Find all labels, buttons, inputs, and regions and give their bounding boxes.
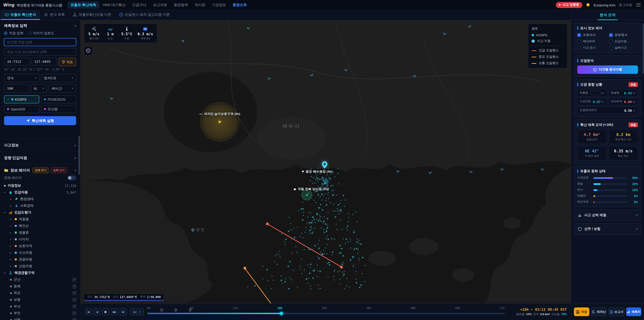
vessel-spec-section[interactable]: 사고 선박 제원▾ [574, 209, 641, 221]
model-opendrift-chip[interactable]: OpenDrift [4, 105, 39, 113]
model-ensemble-chip[interactable]: 앙상블 [41, 105, 76, 113]
all-layers-toggle[interactable] [68, 176, 76, 180]
option-sensitive-resources[interactable]: ✓민감자원 [609, 39, 638, 44]
nav-report-materials[interactable]: 보고자료 [150, 1, 170, 9]
all-layers-on-button[interactable]: 전체 켜기 [32, 167, 49, 173]
layer-socio-economy[interactable]: ▸ 사회경제 [0, 202, 80, 209]
nav-hns-diffusion[interactable]: HNS·대기확산 [100, 1, 128, 9]
zoom-to-region-button[interactable] [72, 298, 76, 301]
option-datetime[interactable]: ✓날짜시간 [609, 46, 638, 50]
tab-diffusion-analysis[interactable]: 유출유 확산분석 [1, 10, 40, 20]
layer-protected-area[interactable]: ▸보호지역 [0, 243, 80, 249]
map-style-button[interactable] [84, 46, 92, 55]
layer-fishery[interactable]: 어장정보 17,129 [0, 182, 80, 189]
region-buan[interactable]: 부안 [0, 310, 80, 316]
option-time-display[interactable]: ✓시간 표시 [577, 46, 606, 50]
incident-location-marker[interactable] [322, 161, 327, 169]
sidebar-scrollbar[interactable] [78, 136, 80, 175]
boom-marker-pin-icon[interactable] [174, 308, 177, 312]
impact-resources-section[interactable]: 영향 민감자원▸ [0, 151, 80, 164]
play-button[interactable]: ▶ [102, 308, 109, 315]
owner-insurance-section[interactable]: 선주 / 보험▾ [574, 223, 641, 235]
boom-marker-pin-icon[interactable] [189, 308, 192, 312]
layer-coastline[interactable]: ▸해안선 [0, 222, 80, 229]
model-poseidon-chip[interactable]: POSEIDON [41, 95, 76, 103]
accident-info-section[interactable]: 사고정보▸ [0, 139, 80, 151]
tab-model-theory[interactable]: 유출유확산모델 이론 [69, 10, 116, 20]
incident-status-badge[interactable]: 사고 진행중 [556, 2, 582, 8]
oil-type-select[interactable]: 벙커C유▾ [41, 74, 76, 82]
region-mokpo[interactable]: 목포 [0, 290, 80, 296]
run-prediction-button[interactable]: 확산예측 실행 [4, 116, 76, 125]
layer-species[interactable]: ▸생물종 [0, 229, 80, 236]
layer-sensitivity-evaluation[interactable]: ▾ 민감도평가 [0, 209, 80, 216]
region-donghae[interactable]: 동해 [0, 283, 80, 290]
spill-type-select[interactable]: 연속▾ [4, 74, 39, 82]
latitude-input[interactable] [4, 58, 30, 66]
logout-button[interactable]: 로그아웃 [619, 3, 632, 7]
unit-select[interactable]: kL▾ [31, 84, 47, 93]
panel-scrollbar[interactable] [643, 24, 644, 74]
skip-to-start-button[interactable]: |◀ [84, 308, 92, 315]
nav-emergency-rescue[interactable]: 긴급구난 [129, 1, 150, 9]
sea-current-icon [143, 26, 148, 31]
layer-kcg-jurisdiction[interactable]: ▾ 해경관할구역 [0, 269, 80, 276]
chevron-down-icon[interactable]: ▾ [75, 169, 76, 172]
panel-title-tab[interactable]: 분석 요약 [598, 10, 618, 20]
model-kosps-chip[interactable]: ✓KOSPS [4, 95, 39, 103]
map-canvas[interactable]: 여수시 화양면 여자만 습지보호구역 (6h) [80, 20, 571, 303]
nav-board[interactable]: 게시판 [192, 1, 208, 9]
tab-boom-algorithm-theory[interactable]: i 오일펜스 배치 알고리즘 이론 [116, 10, 174, 20]
accident-list-select[interactable] [4, 48, 76, 56]
zoom-to-region-button[interactable] [72, 318, 76, 320]
accident-name-input[interactable] [4, 38, 76, 46]
zoom-to-region-button[interactable] [72, 311, 76, 315]
layer-habitat[interactable]: ▸서식지 [0, 236, 80, 243]
zoom-to-region-button[interactable] [72, 304, 76, 308]
save-button[interactable]: 저장 [574, 307, 589, 316]
region-samcheok[interactable]: 삼척 [0, 316, 80, 320]
layer-seasonal[interactable]: ▸계절별 [0, 216, 80, 222]
nav-aerial-search[interactable]: 항공탐색 [171, 1, 191, 9]
radio-direct-input[interactable]: 직접 입력 [4, 31, 24, 36]
report-button[interactable]: 보고서 [608, 307, 624, 316]
notification-bell-icon[interactable] [586, 3, 590, 7]
zoom-to-region-button[interactable] [72, 284, 76, 288]
timeline-handle[interactable] [280, 311, 283, 315]
region-busan[interactable]: 부산 [0, 303, 80, 310]
longitude-input[interactable] [31, 58, 57, 66]
pick-on-map-button[interactable]: 지도 [59, 58, 76, 66]
all-layers-off-button[interactable]: 전체 끄기 [51, 167, 67, 173]
zoom-to-region-button[interactable] [72, 291, 76, 295]
spill-total-input[interactable] [590, 91, 600, 95]
layer-tourism-resource[interactable]: ▸관광자원 [0, 256, 80, 263]
zoom-to-region-button[interactable] [72, 278, 76, 281]
nav-weather-info[interactable]: 기상정보 [209, 1, 229, 9]
option-current-dir-speed[interactable]: ✓유향/유속 [577, 33, 606, 37]
timeline-track[interactable] [147, 312, 505, 314]
option-wind-dir-speed[interactable]: ✓풍향/풍속 [609, 33, 638, 37]
boom-marker-pin-icon[interactable] [160, 308, 163, 312]
tab-analysis-list[interactable]: 분석 목록 [40, 10, 69, 20]
layer-industry-resource[interactable]: ▸산업자원 [0, 263, 80, 269]
radio-image-upload[interactable]: 이미지 업로드 [28, 31, 54, 36]
duration-select[interactable]: 48시간▾ [49, 84, 76, 93]
region-boryeong[interactable]: 보령 [0, 296, 80, 303]
polygon-analysis-button[interactable]: 다각형 분석수행 [577, 66, 638, 74]
layer-sensitive-resources[interactable]: ▾ 민감자원 3,947 [0, 189, 80, 196]
nav-spill-prediction[interactable]: 유출유 확산예측 [68, 1, 99, 9]
forecast-values-button[interactable]: 예측치 [626, 307, 641, 316]
skip-to-end-button[interactable]: ▶| [120, 308, 127, 315]
fast-forward-button[interactable]: ▶▶ [111, 308, 118, 315]
hamburger-menu-icon[interactable] [636, 3, 641, 7]
layer-fishery-resource[interactable]: ▸수산자원 [0, 249, 80, 256]
option-shore-attachment[interactable]: ✓해안부착 [577, 39, 606, 44]
spill-amount-input[interactable] [4, 84, 29, 93]
recalculate-button[interactable]: 재계산 [591, 307, 607, 316]
step-back-button[interactable]: ◀ [93, 308, 100, 315]
nav-integrated-search[interactable]: 통합조회 [230, 1, 250, 9]
layer-eco-environment[interactable]: ▸ 환경생태 [0, 196, 80, 202]
region-gunsan[interactable]: 군산 [0, 276, 80, 283]
playback-speed-select[interactable]: 1×▾ [130, 308, 144, 315]
collapse-chevron-icon[interactable]: ▾ [75, 24, 76, 27]
